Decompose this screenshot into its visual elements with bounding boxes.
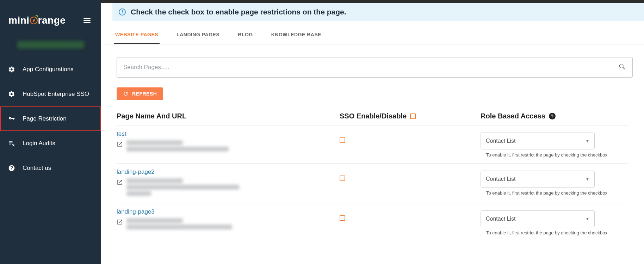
sidebar-item-label: HubSpot Enterprise SSO	[23, 91, 89, 98]
tab-label: LANDING PAGES	[177, 32, 219, 37]
tab-website-pages[interactable]: WEBSITE PAGES	[114, 25, 160, 44]
search-input[interactable]	[123, 64, 618, 71]
tab-label: BLOG	[238, 32, 253, 37]
gear-icon	[8, 90, 16, 98]
role-hint: To enable it, first restrict the page by…	[486, 152, 628, 158]
main-content: i Check the check box to enable page res…	[101, 0, 644, 264]
sidebar-item-label: App Configurations	[23, 66, 74, 73]
list-search-icon	[8, 140, 16, 147]
role-select[interactable]: Contact List ▼	[481, 210, 595, 227]
info-banner-text: Check the check box to enable page restr…	[131, 8, 346, 16]
menu-toggle-icon[interactable]	[81, 16, 93, 25]
refresh-button[interactable]: REFRESH	[117, 87, 163, 100]
tabs: WEBSITE PAGES LANDING PAGES BLOG KNOWLED…	[103, 25, 644, 44]
page-cell: test	[117, 130, 340, 153]
sidebar-item-contact-us[interactable]: Contact us	[0, 156, 101, 180]
help-icon[interactable]: ?	[549, 113, 556, 119]
role-select-label: Contact List	[486, 216, 515, 222]
pages-table: Page Name And URL SSO Enable/Disable Rol…	[117, 107, 628, 241]
user-email-redacted	[17, 41, 84, 49]
role-cell: Contact List ▼ To enable it, first restr…	[481, 208, 628, 235]
page-cell: landing-page2	[117, 168, 340, 197]
refresh-button-label: REFRESH	[132, 91, 157, 97]
th-page-name: Page Name And URL	[117, 112, 340, 120]
chevron-down-icon: ▼	[586, 139, 589, 143]
page-name-link[interactable]: landing-page3	[117, 208, 340, 215]
info-banner: i Check the check box to enable page res…	[112, 3, 644, 21]
sso-row-checkbox[interactable]	[340, 137, 345, 143]
info-icon: i	[119, 8, 126, 16]
chevron-down-icon: ▼	[586, 177, 589, 181]
sidebar-item-label: Login Audits	[23, 140, 55, 147]
tab-blog[interactable]: BLOG	[236, 25, 254, 44]
table-header: Page Name And URL SSO Enable/Disable Rol…	[117, 107, 628, 125]
help-icon	[8, 164, 16, 172]
tab-knowledge-base[interactable]: KNOWLEDGE BASE	[270, 25, 323, 44]
page-name-link[interactable]: landing-page2	[117, 168, 340, 176]
open-external-icon[interactable]	[117, 179, 123, 185]
role-select[interactable]: Contact List ▼	[481, 133, 595, 149]
role-select-label: Contact List	[486, 176, 515, 182]
sidebar-item-login-audits[interactable]: Login Audits	[0, 131, 101, 156]
page-cell: landing-page3	[117, 208, 340, 231]
brand-mini: mini	[8, 15, 30, 26]
brand-range: range	[38, 15, 66, 26]
sso-cell	[340, 168, 481, 181]
table-body: test	[117, 125, 628, 241]
sso-row-checkbox[interactable]	[340, 176, 345, 181]
sidebar-item-label: Page Restriction	[23, 115, 67, 122]
brand-logo: mini range	[8, 15, 66, 26]
th-role-label: Role Based Access	[481, 112, 545, 120]
tab-label: WEBSITE PAGES	[115, 32, 158, 37]
sidebar-item-page-restriction[interactable]: Page Restriction	[0, 106, 101, 131]
tab-landing-pages[interactable]: LANDING PAGES	[175, 25, 221, 44]
sidebar: mini range App Configurations	[0, 0, 101, 264]
sso-cell	[340, 130, 481, 143]
page-name-link[interactable]: test	[117, 130, 340, 137]
sidebar-item-app-configurations[interactable]: App Configurations	[0, 57, 101, 82]
role-select[interactable]: Contact List ▼	[481, 171, 595, 188]
sso-cell	[340, 208, 481, 221]
sso-header-checkbox[interactable]	[410, 113, 416, 119]
table-row: landing-page3	[117, 203, 628, 241]
role-select-label: Contact List	[486, 138, 515, 144]
sidebar-item-hubspot-sso[interactable]: HubSpot Enterprise SSO	[0, 82, 101, 106]
sso-row-checkbox[interactable]	[340, 215, 345, 221]
th-sso-label: SSO Enable/Disable	[340, 112, 407, 120]
gear-icon	[8, 66, 16, 73]
key-icon	[8, 115, 16, 123]
sidebar-nav: App Configurations HubSpot Enterprise SS…	[0, 57, 101, 180]
page-url-redacted	[126, 178, 340, 197]
open-external-icon[interactable]	[117, 141, 123, 147]
role-hint: To enable it, first restrict the page by…	[486, 190, 628, 196]
search-icon[interactable]	[618, 63, 626, 72]
chevron-down-icon: ▼	[586, 217, 589, 221]
page-url-redacted	[126, 140, 340, 153]
sidebar-item-label: Contact us	[23, 165, 51, 172]
th-sso: SSO Enable/Disable	[340, 112, 481, 120]
role-hint: To enable it, first restrict the page by…	[486, 230, 628, 235]
table-row: test	[117, 125, 628, 163]
open-external-icon[interactable]	[117, 219, 123, 225]
role-cell: Contact List ▼ To enable it, first restr…	[481, 168, 628, 196]
search-box	[117, 57, 633, 78]
role-cell: Contact List ▼ To enable it, first restr…	[481, 130, 628, 158]
table-row: landing-page2	[117, 163, 628, 203]
brand-o-char	[30, 15, 38, 26]
refresh-icon	[123, 91, 129, 97]
page-url-redacted	[126, 218, 340, 231]
tab-label: KNOWLEDGE BASE	[271, 32, 321, 37]
th-role: Role Based Access ?	[481, 112, 628, 120]
